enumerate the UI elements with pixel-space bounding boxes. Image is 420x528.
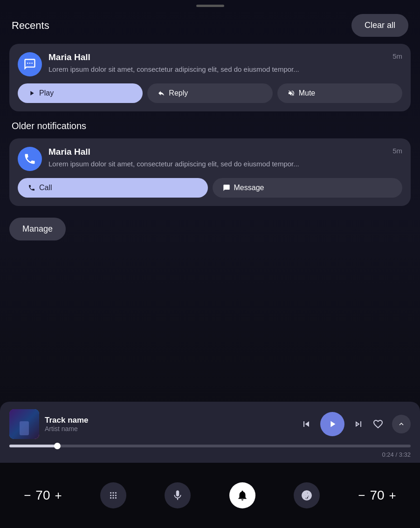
volume-right-value: 70 — [370, 488, 384, 503]
next-button[interactable] — [353, 418, 364, 430]
svg-point-6 — [110, 497, 111, 499]
recents-title: Recents — [12, 20, 49, 32]
volume-right-plus[interactable]: + — [389, 488, 396, 503]
notification-sender: Maria Hall — [48, 52, 90, 62]
play-icon — [28, 89, 35, 97]
chat-icon — [223, 184, 230, 192]
volume-right-control: − 70 + — [358, 488, 396, 503]
time-display: 0:24 / 3:32 — [382, 451, 411, 458]
notification-content: Maria Hall 5m Lorem ipsum dolor sit amet… — [48, 52, 402, 74]
media-player: Track name Artist name 0:24 — [0, 402, 420, 463]
manage-button[interactable]: Manage — [9, 218, 66, 240]
bottom-bar: − 70 + — [0, 463, 420, 528]
expand-button[interactable] — [392, 415, 411, 433]
notification-panel: Recents Clear all Maria Hall 5m Lorem ip… — [9, 14, 411, 435]
notification-button[interactable] — [229, 482, 255, 508]
svg-point-1 — [112, 492, 114, 494]
volume-left-control: − 70 + — [24, 488, 62, 503]
prev-button[interactable] — [301, 418, 312, 430]
fan-icon — [301, 489, 313, 501]
dialpad-button[interactable] — [100, 482, 126, 508]
volume-right-minus[interactable]: − — [358, 488, 365, 503]
message-button[interactable]: Message — [213, 178, 403, 198]
like-button[interactable] — [372, 418, 384, 430]
notification-top-row: Maria Hall 5m — [48, 52, 402, 64]
fan-button[interactable] — [294, 482, 320, 508]
avatar-phone — [18, 147, 42, 171]
play-button[interactable]: Play — [18, 83, 143, 103]
older-notification-top-row: Maria Hall 5m — [48, 147, 402, 159]
call-icon — [28, 184, 35, 192]
older-notification-header: Maria Hall 5m Lorem ipsum dolor sit amet… — [18, 147, 402, 171]
bell-icon — [236, 489, 248, 501]
svg-point-7 — [112, 497, 114, 499]
svg-point-0 — [110, 492, 111, 494]
microphone-button[interactable] — [165, 482, 191, 508]
media-player-main: Track name Artist name — [9, 409, 411, 439]
mute-icon — [288, 89, 295, 97]
notification-actions: Play Reply Mute — [18, 83, 402, 103]
track-info: Track name Artist name — [45, 416, 295, 432]
notification-time: 5m — [392, 52, 402, 60]
play-icon — [327, 419, 337, 429]
avatar-message — [18, 52, 42, 76]
heart-icon — [372, 418, 384, 430]
progress-fill — [9, 445, 57, 447]
older-notification-sender: Maria Hall — [48, 147, 90, 157]
volume-left-plus[interactable]: + — [55, 488, 62, 503]
microphone-icon — [172, 489, 184, 501]
track-name: Track name — [45, 416, 295, 425]
svg-point-8 — [115, 497, 117, 499]
skip-next-icon — [353, 418, 364, 430]
svg-point-2 — [115, 492, 117, 494]
notification-body: Lorem ipsum dolor sit amet, consectetur … — [48, 65, 299, 73]
album-art — [9, 409, 39, 439]
progress-bar[interactable] — [9, 445, 411, 447]
drag-handle — [196, 5, 224, 7]
svg-point-4 — [112, 494, 114, 496]
play-pause-button[interactable] — [320, 412, 344, 436]
dialpad-icon — [107, 489, 119, 501]
svg-point-5 — [115, 494, 117, 496]
older-notifications-header: Older notifications — [9, 121, 411, 131]
volume-left-value: 70 — [35, 488, 50, 503]
clear-all-button[interactable]: Clear all — [351, 14, 408, 37]
older-notification-body: Lorem ipsum dolor sit amet, consectetur … — [48, 160, 299, 168]
skip-prev-icon — [301, 418, 312, 430]
phone-icon — [23, 152, 36, 165]
older-notification-time: 5m — [392, 147, 402, 155]
album-art-figure — [9, 409, 39, 439]
reply-button[interactable]: Reply — [147, 83, 272, 103]
expand-icon — [397, 420, 406, 428]
reply-icon — [158, 89, 165, 97]
older-notification-actions: Call Message — [18, 178, 402, 198]
recent-notification-card: Maria Hall 5m Lorem ipsum dolor sit amet… — [9, 44, 411, 111]
older-notification-card: Maria Hall 5m Lorem ipsum dolor sit amet… — [9, 138, 411, 206]
volume-left-minus[interactable]: − — [24, 488, 31, 503]
svg-point-3 — [110, 494, 111, 496]
recents-header: Recents Clear all — [9, 14, 411, 37]
call-button[interactable]: Call — [18, 178, 208, 198]
progress-time: 0:24 / 3:32 — [9, 451, 411, 458]
notification-header: Maria Hall 5m Lorem ipsum dolor sit amet… — [18, 52, 402, 76]
message-icon — [23, 58, 36, 71]
artist-name: Artist name — [45, 425, 295, 432]
progress-thumb — [54, 443, 61, 449]
older-notification-content: Maria Hall 5m Lorem ipsum dolor sit amet… — [48, 147, 402, 169]
mute-button[interactable]: Mute — [277, 83, 402, 103]
media-controls — [301, 412, 411, 436]
